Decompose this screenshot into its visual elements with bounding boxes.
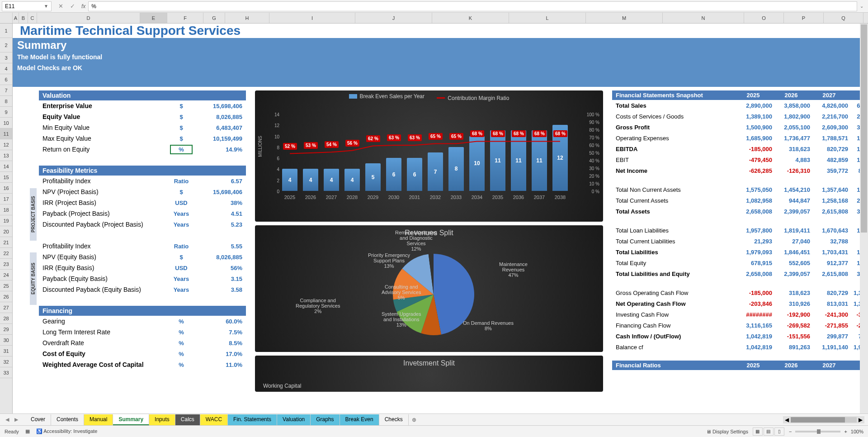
equity-row: Discounted Payback (Equity Basis)Years3.… [39,284,246,295]
row-header-22[interactable]: 22 [0,248,12,259]
tab-checks[interactable]: Checks [379,414,409,425]
tab-nav-next-icon[interactable]: ▶ [13,416,20,423]
tab-contents[interactable]: Contents [51,414,84,425]
zoom-out-button[interactable]: − [789,429,792,434]
row-header-19[interactable]: 19 [0,215,12,226]
tab-cover[interactable]: Cover [25,414,51,425]
vertical-scrollbar[interactable] [860,24,868,413]
tab-break-even[interactable]: Break Even [340,414,379,425]
tab-wacc[interactable]: WACC [200,414,228,425]
column-header-I[interactable]: I [269,13,355,23]
row-header-12[interactable]: 12 [0,139,12,150]
row-header-20[interactable]: 20 [0,226,12,237]
column-header-L[interactable]: L [509,13,586,23]
select-all-corner[interactable] [0,13,13,23]
row-header-14[interactable]: 14 [0,161,12,172]
row-headers: 1234678910111213141516171819202122232425… [0,24,13,414]
row-header-6[interactable]: 6 [0,74,12,85]
column-header-B[interactable]: B [19,13,28,23]
tab-fin-statements[interactable]: Fin. Statements [228,414,277,425]
spreadsheet-grid[interactable]: Maritime Technical Support Services Summ… [13,24,868,414]
row-header-23[interactable]: 23 [0,259,12,270]
tab-nav-prev-icon[interactable]: ◀ [4,416,11,423]
view-page-layout-icon[interactable]: ▤ [764,428,774,436]
horizontal-scrollbar-thumb[interactable] [791,417,845,423]
vertical-scrollbar-thumb[interactable] [861,24,867,233]
left-panel: Valuation Enterprise Value$15,698,406Equ… [39,90,246,370]
column-header-O[interactable]: O [744,13,784,23]
column-header-M[interactable]: M [586,13,663,23]
row-header-7[interactable]: 7 [0,85,12,96]
row-header-29[interactable]: 29 [0,324,12,335]
row-header-2[interactable]: 2 [0,38,12,52]
tab-summary[interactable]: Summary [113,414,149,425]
column-header-K[interactable]: K [432,13,509,23]
column-header-H[interactable]: H [225,13,269,23]
snapshot-row: Operating Expenses1,685,9001,736,4771,78… [612,133,865,143]
confirm-formula-icon[interactable]: ✓ [67,1,78,11]
tab-valuation[interactable]: Valuation [277,414,311,425]
equity-row: IRR (Equity Basis)USD56% [39,262,246,273]
tab-calcs[interactable]: Calcs [175,414,200,425]
horizontal-scrollbar[interactable]: ◀ ▶ [783,416,864,423]
row-header-17[interactable]: 17 [0,194,12,204]
snapshot-row: Net Income-626,285-126,310359,7728 [612,165,865,176]
macro-icon[interactable]: ▦ [25,428,30,434]
row-header-4[interactable]: 4 [0,63,12,74]
column-header-J[interactable]: J [355,13,432,23]
row-header-3[interactable]: 3 [0,52,12,63]
zoom-level[interactable]: 100% [851,429,863,434]
row-header-27[interactable]: 27 [0,302,12,313]
tab-manual[interactable]: Manual [84,414,113,425]
zoom-in-button[interactable]: + [844,429,847,434]
zoom-slider[interactable] [795,431,840,432]
view-page-break-icon[interactable]: ▯ [774,428,784,436]
tab-graphs[interactable]: Graphs [311,414,340,425]
row-header-30[interactable]: 30 [0,335,12,346]
row-header-13[interactable]: 13 [0,150,12,161]
column-header-A[interactable]: A [13,13,19,23]
add-sheet-button[interactable]: ⊕ [409,417,420,423]
fx-icon[interactable]: fx [81,3,85,10]
row-header-8[interactable]: 8 [0,96,12,107]
column-header-C[interactable]: C [28,13,37,23]
column-header-Q[interactable]: Q [824,13,863,23]
row-header-32[interactable]: 32 [0,356,12,367]
row-header-1[interactable]: 1 [0,24,12,38]
row-header-11[interactable]: 11 [0,128,12,139]
financing-unit: % [170,329,193,336]
row-header-10[interactable]: 10 [0,118,12,128]
column-header-F[interactable]: F [167,13,203,23]
name-box[interactable]: E11 ▼ [2,1,52,11]
equity-unit: Years [170,276,193,282]
column-header-N[interactable]: N [663,13,744,23]
row-header-26[interactable]: 26 [0,291,12,302]
row-header-28[interactable]: 28 [0,313,12,324]
row-header-18[interactable]: 18 [0,204,12,215]
tab-inputs[interactable]: Inputs [149,414,175,425]
expand-formula-bar-icon[interactable]: ⌄ [857,1,866,11]
display-settings-button[interactable]: 🖥 Display Settings [706,429,748,434]
row-header-31[interactable]: 31 [0,346,12,356]
project-value: 4.51 [193,210,242,217]
equity-row: Profitability IndexRatio5.55 [39,241,246,252]
row-header-15[interactable]: 15 [0,172,12,183]
column-header-E[interactable]: E [140,13,167,23]
row-header-24[interactable]: 24 [0,270,12,280]
column-header-P[interactable]: P [784,13,824,23]
row-header-21[interactable]: 21 [0,237,12,248]
row-header-9[interactable]: 9 [0,107,12,118]
cancel-formula-icon[interactable]: ✕ [55,1,66,11]
row-header-16[interactable]: 16 [0,183,12,194]
view-normal-icon[interactable]: ▦ [753,428,763,436]
accessibility-status[interactable]: ♿ Accessibility: Investigate [36,428,98,434]
formula-input[interactable]: % [88,1,857,11]
column-header-D[interactable]: D [37,13,140,23]
financing-value: 60.0% [193,318,242,325]
financing-unit: % [170,351,193,357]
column-header-G[interactable]: G [203,13,225,23]
row-header-25[interactable]: 25 [0,280,12,291]
name-box-dropdown-icon[interactable]: ▼ [44,4,48,9]
row-header-33[interactable]: 33 [0,367,12,378]
project-row: NPV (Project Basis)$15,698,406 [39,186,246,197]
